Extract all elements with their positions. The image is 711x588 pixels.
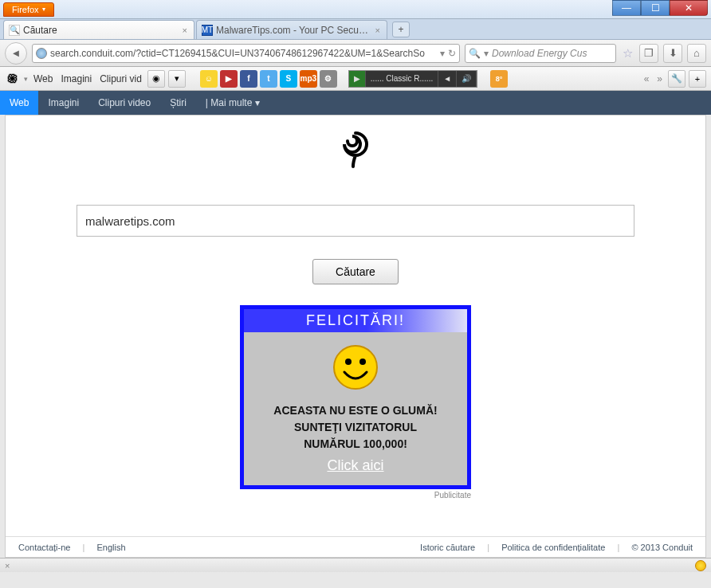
window-controls: — ☐ ✕ xyxy=(612,0,708,16)
globe-icon xyxy=(36,48,47,59)
toolbar-toggle-button[interactable]: ◉ xyxy=(147,70,165,88)
toolbar-scroll-left-icon[interactable]: « xyxy=(642,73,652,84)
toolbar-scroll-right-icon[interactable]: » xyxy=(654,73,665,84)
toolbar-settings-icon[interactable]: 🔧 xyxy=(668,70,685,88)
subnav-stiri[interactable]: Știri xyxy=(160,91,196,115)
footer-history-link[interactable]: Istoric căutare xyxy=(415,543,480,552)
ad-label: Publicitate xyxy=(240,491,471,500)
svg-point-2 xyxy=(359,359,366,365)
main-search-area xyxy=(77,205,634,237)
weather-icon[interactable]: 8° xyxy=(490,70,508,88)
ad-container: FELICITĂRI! ACEASTA NU ESTE O GLUMĂ! SUN… xyxy=(240,305,471,500)
navigation-toolbar: ◄ search.conduit.com/?ctid=CT1269415&CUI… xyxy=(0,40,711,67)
url-bar[interactable]: search.conduit.com/?ctid=CT1269415&CUI=U… xyxy=(32,44,460,63)
mp3-icon[interactable]: mp3 xyxy=(300,70,317,88)
malwaretips-favicon-icon: MT xyxy=(202,25,213,36)
tab-inactive[interactable]: MT MalwareTips.com - Your PC Security ..… xyxy=(196,20,387,39)
toolbar-add-icon[interactable]: + xyxy=(689,70,706,88)
toolbar-link-imagini[interactable]: Imagini xyxy=(58,73,94,84)
svg-point-1 xyxy=(345,359,352,365)
status-bar: × xyxy=(0,558,711,572)
footer-privacy-link[interactable]: Politica de confidențialitate xyxy=(497,543,610,552)
radio-player[interactable]: ▶ ...... Classic R...... ◄ 🔊 xyxy=(348,70,477,88)
tab-close-icon[interactable]: × xyxy=(374,25,382,35)
volume-icon[interactable]: 🔊 xyxy=(457,71,477,87)
page-footer: Contactați-ne | English Istoric căutare … xyxy=(6,536,705,557)
main-search-button[interactable]: Căutare xyxy=(312,259,399,284)
tab-active[interactable]: 🔍 Căutare × xyxy=(3,20,194,39)
maximize-button[interactable]: ☐ xyxy=(641,0,670,16)
play-icon[interactable]: ▶ xyxy=(349,71,366,87)
footer-english-link[interactable]: English xyxy=(92,543,130,552)
url-dropdown-icon[interactable]: ▾ xyxy=(440,48,445,59)
browser-search-box[interactable]: 🔍 ▾ Download Energy Cus xyxy=(465,44,616,63)
weather-temp: 8° xyxy=(496,75,503,83)
playvids-icon[interactable]: ▶ xyxy=(220,70,238,88)
url-text: search.conduit.com/?ctid=CT1269415&CUI=U… xyxy=(50,48,437,59)
minimize-button[interactable]: — xyxy=(612,0,641,16)
bookmark-star-icon[interactable]: ☆ xyxy=(621,46,634,61)
reload-icon[interactable]: ↻ xyxy=(448,48,456,59)
radio-station-label: ...... Classic R...... xyxy=(366,71,438,87)
new-tab-button[interactable]: + xyxy=(392,22,410,37)
skype-icon[interactable]: S xyxy=(280,70,297,88)
tab-active-title: Căutare xyxy=(23,25,178,36)
prev-track-icon[interactable]: ◄ xyxy=(438,71,457,87)
ad-banner[interactable]: FELICITĂRI! ACEASTA NU ESTE O GLUMĂ! SUN… xyxy=(240,305,471,489)
downloads-button[interactable]: ⬇ xyxy=(663,44,682,63)
tool-icon[interactable]: ⚙ xyxy=(320,70,337,88)
close-window-button[interactable]: ✕ xyxy=(670,0,708,16)
ad-line2: SUNTEŢI VIZITATORUL xyxy=(294,419,417,436)
bookmarks-button[interactable]: ❐ xyxy=(639,44,658,63)
statusbar-smiley-icon[interactable] xyxy=(695,560,706,571)
window-titlebar: Firefox — ☐ ✕ xyxy=(0,0,711,19)
conduit-toolbar: ֍ ▾ Web Imagini Clipuri vid ◉ ▾ ☺▶ftSmp3… xyxy=(0,67,711,91)
conduit-logo-dropdown-icon[interactable]: ▾ xyxy=(24,75,28,83)
firefox-menu-label: Firefox xyxy=(12,5,39,14)
ad-line1: ACEASTA NU ESTE O GLUMĂ! xyxy=(273,402,437,419)
ad-heading: FELICITĂRI! xyxy=(244,309,467,332)
svg-point-0 xyxy=(334,346,377,389)
subnav-more[interactable]: | Mai multe ▾ xyxy=(196,91,269,115)
toolbar-link-web[interactable]: Web xyxy=(31,73,55,84)
main-search-input[interactable] xyxy=(77,205,634,237)
statusbar-close-icon[interactable]: × xyxy=(5,561,10,570)
subnav-web[interactable]: Web xyxy=(0,91,38,115)
tab-inactive-title: MalwareTips.com - Your PC Security ... xyxy=(216,25,371,36)
page-content: Căutare FELICITĂRI! ACEASTA NU ESTE O GL… xyxy=(5,115,706,558)
toolbar-more-button[interactable]: ▾ xyxy=(168,70,186,88)
smiley-icon[interactable]: ☺ xyxy=(200,70,218,88)
tab-close-icon[interactable]: × xyxy=(181,25,189,35)
home-button[interactable]: ⌂ xyxy=(687,44,706,63)
ad-click-link[interactable]: Click aici xyxy=(327,457,383,474)
firefox-menu-button[interactable]: Firefox xyxy=(3,2,54,17)
search-engine-icon[interactable]: 🔍 xyxy=(469,48,481,59)
footer-contact-link[interactable]: Contactați-ne xyxy=(14,543,75,552)
page-subnav: Web Imagini Clipuri video Știri | Mai mu… xyxy=(0,91,711,115)
conduit-spiral-logo-icon xyxy=(340,130,371,173)
subnav-clipuri[interactable]: Clipuri video xyxy=(88,91,160,115)
back-button[interactable]: ◄ xyxy=(5,42,27,65)
conduit-logo-icon[interactable]: ֍ xyxy=(5,71,21,87)
subnav-imagini[interactable]: Imagini xyxy=(38,91,88,115)
footer-copyright: © 2013 Conduit xyxy=(627,543,697,552)
toolbar-link-clipuri[interactable]: Clipuri vid xyxy=(97,73,144,84)
browser-search-placeholder: Download Energy Cus xyxy=(492,48,587,59)
smiley-face-icon xyxy=(332,343,379,394)
facebook-icon[interactable]: f xyxy=(240,70,257,88)
search-favicon-icon: 🔍 xyxy=(9,25,20,36)
tab-strip: 🔍 Căutare × MT MalwareTips.com - Your PC… xyxy=(0,19,711,40)
search-engine-dropdown-icon[interactable]: ▾ xyxy=(484,48,489,59)
twitter-icon[interactable]: t xyxy=(260,70,277,88)
ad-line3: NUMĂRUL 100,000! xyxy=(304,436,407,453)
